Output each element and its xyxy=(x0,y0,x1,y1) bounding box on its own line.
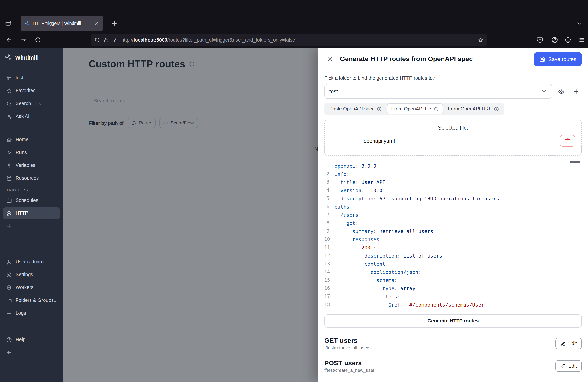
line-number: 17 xyxy=(324,293,335,301)
sidebar-item-label: Workers xyxy=(16,285,34,290)
code-line: 12 description: List of users xyxy=(324,252,582,260)
sidebar-item-schedules[interactable]: Schedules xyxy=(3,194,60,206)
selected-file-row: openapi.yaml xyxy=(331,135,575,147)
pencil-icon xyxy=(561,341,566,346)
code-text: openapi: 3.0.0 xyxy=(335,162,377,170)
new-tab-button[interactable] xyxy=(111,20,118,27)
play-icon xyxy=(6,149,12,155)
tab-close-icon[interactable] xyxy=(94,21,100,26)
sidebar-item-folders-groups[interactable]: Folders & Groups... xyxy=(3,295,60,306)
preview-folder-button[interactable] xyxy=(555,85,567,97)
sidebar-item-http[interactable]: HTTP xyxy=(3,207,60,219)
brand[interactable]: Windmill xyxy=(0,48,63,64)
tabs-overflow-icon[interactable] xyxy=(576,20,583,26)
code-text: paths: xyxy=(335,203,352,211)
folder-icon xyxy=(6,297,12,303)
sidebar-item-add-trigger[interactable] xyxy=(3,220,60,232)
sidebar-item-user-admin[interactable]: User (admin) xyxy=(3,256,60,268)
sidebar-item-label: Resources xyxy=(16,175,39,181)
reload-button[interactable] xyxy=(35,37,41,43)
sidebar-item-logs[interactable]: Logs xyxy=(3,307,60,319)
windmill-favicon-icon xyxy=(24,21,30,26)
generate-routes-button[interactable]: Generate HTTP routes xyxy=(324,314,582,328)
sidebar-item-label: Search xyxy=(16,101,31,106)
sidebar-group-main: HomeRunsVariablesResources xyxy=(0,134,63,184)
permissions-icon[interactable] xyxy=(112,37,118,43)
spec-tab-from-openapi-file[interactable]: From OpenAPI file xyxy=(387,104,443,114)
route-info: POST usersf/test/create_a_new_user xyxy=(324,360,375,373)
add-folder-button[interactable] xyxy=(570,85,582,97)
sidebar-item-resources[interactable]: Resources xyxy=(3,172,60,184)
editor-lines: 1openapi: 3.0.02info:3 title: User API4 … xyxy=(324,162,582,309)
shield-icon[interactable] xyxy=(94,37,100,43)
trash-icon xyxy=(565,138,570,144)
sidebar-item-label: User (admin) xyxy=(16,259,44,265)
drawer-close-button[interactable] xyxy=(324,54,335,64)
spec-tab-label: From OpenAPI file xyxy=(391,106,431,112)
sparkles-icon xyxy=(6,113,12,119)
user-icon xyxy=(6,259,12,265)
code-line: 2info: xyxy=(324,170,582,178)
bookmark-star-icon[interactable] xyxy=(478,37,483,43)
delete-file-button[interactable] xyxy=(560,135,575,147)
gear-icon xyxy=(6,272,12,277)
home-icon xyxy=(6,137,12,143)
browser-chrome: HTTP triggers | Windmill http://localhos… xyxy=(0,0,588,48)
sidebar-item-label: HTTP xyxy=(16,211,28,216)
browser-tab[interactable]: HTTP triggers | Windmill xyxy=(21,16,103,31)
code-text: version: 1.0.0 xyxy=(335,186,382,194)
lock-icon[interactable] xyxy=(104,37,109,43)
code-line: 17 items: xyxy=(324,293,582,301)
code-line: 5 description: API supporting CRUD opera… xyxy=(324,194,582,203)
sidebar-item-workers[interactable]: Workers xyxy=(3,282,60,293)
sidebar-item-workspace-test[interactable]: test xyxy=(3,72,60,84)
sidebar-item-search[interactable]: Search⌘k xyxy=(3,98,60,109)
code-line: 18 $ref: '#/components/schemas/User' xyxy=(324,301,582,309)
sidebar-item-help[interactable]: Help xyxy=(3,334,60,345)
forward-button[interactable] xyxy=(20,37,27,43)
line-number: 6 xyxy=(324,203,335,211)
line-number: 18 xyxy=(324,301,335,309)
account-icon[interactable] xyxy=(551,37,558,43)
route-row: POST usersf/test/create_a_new_userEdit xyxy=(324,356,582,378)
code-editor[interactable]: 1openapi: 3.0.02info:3 title: User API4 … xyxy=(324,160,582,311)
extensions-icon[interactable] xyxy=(565,37,571,43)
spec-tab-paste-openapi-spec[interactable]: Paste OpenAPI spec xyxy=(325,104,386,114)
code-line: 3 title: User API xyxy=(324,178,582,186)
line-number: 14 xyxy=(324,268,335,276)
sidebar-item-variables[interactable]: Variables xyxy=(3,159,60,171)
url-text: http://localhost:3000/routes?filter_path… xyxy=(121,37,474,43)
sidebar-item-runs[interactable]: Runs xyxy=(3,147,60,158)
spec-tab-from-openapi-url[interactable]: From OpenAPI URL xyxy=(444,104,503,114)
sidebar-item-ask-ai[interactable]: Ask AI xyxy=(3,110,60,122)
brand-name: Windmill xyxy=(15,54,39,61)
url-bar[interactable]: http://localhost:3000/routes?filter_path… xyxy=(91,34,487,46)
editor-scrollbar[interactable] xyxy=(570,161,580,163)
sidebar-item-settings[interactable]: Settings xyxy=(3,269,60,280)
info-icon xyxy=(434,106,439,111)
sidebar-item-label: Folders & Groups... xyxy=(16,297,58,303)
line-number: 5 xyxy=(324,194,335,203)
windmill-logo-icon xyxy=(5,54,12,61)
edit-route-button[interactable]: Edit xyxy=(556,338,582,349)
sidebar-item-collapse[interactable] xyxy=(3,347,60,358)
sidebar-item-label: Logs xyxy=(16,310,26,316)
hamburger-menu-icon[interactable] xyxy=(579,37,585,43)
line-number: 13 xyxy=(324,260,335,268)
back-button[interactable] xyxy=(6,37,12,43)
sidebar-item-favorites[interactable]: Favorites xyxy=(3,85,60,96)
line-number: 9 xyxy=(324,227,335,235)
sidebar-item-label: Schedules xyxy=(16,198,38,203)
folder-select[interactable]: test xyxy=(324,84,552,99)
route-info: GET usersf/test/retrieve_all_users xyxy=(324,337,371,350)
pocket-icon[interactable] xyxy=(537,37,543,43)
sidebar-item-home[interactable]: Home xyxy=(3,134,60,146)
save-routes-button[interactable]: Save routes xyxy=(534,52,582,66)
selected-file-label: Selected file: xyxy=(331,125,575,131)
line-number: 4 xyxy=(324,186,335,194)
code-line: 15 schema: xyxy=(324,276,582,284)
firefox-view-icon[interactable] xyxy=(5,20,12,26)
spec-tab-label: Paste OpenAPI spec xyxy=(329,106,375,112)
edit-route-button[interactable]: Edit xyxy=(556,360,582,372)
save-icon xyxy=(539,56,545,62)
